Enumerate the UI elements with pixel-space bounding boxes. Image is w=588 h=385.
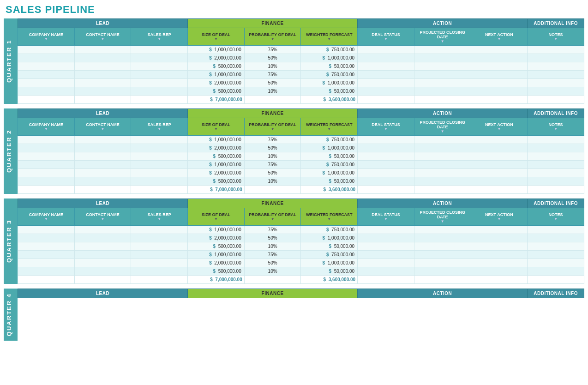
quarter-label-q1: QUARTER 1 [4,18,18,104]
quarter-label-q2: QUARTER 2 [4,108,18,194]
table-row: $ 1,000,000.0075%$ 750,000.00 [18,71,584,79]
category-header-row: LEAD FINANCE ACTION ADDITIONAL INFO [18,289,584,298]
table-row: $ 500,000.0010%$ 50,000.00 [18,62,584,71]
addinfo-cat-header: ADDITIONAL INFO [528,289,584,298]
quarter-section-q3: QUARTER 3LEADFINANCEACTIONADDITIONAL INF… [4,199,584,284]
quarter-section-q2: QUARTER 2LEADFINANCEACTIONADDITIONAL INF… [4,108,584,194]
cat-header-row-q3: LEADFINANCEACTIONADDITIONAL INFO [18,199,584,208]
col-header-row-q3: COMPANY NAME▼CONTACT NAME▼SALES REP▼SIZE… [18,208,584,226]
table-row: $ 1,000,000.0075%$ 750,000.00 [18,46,584,54]
col-header-row-q2: COMPANY NAME▼CONTACT NAME▼SALES REP▼SIZE… [18,118,584,136]
finance-cat-header: FINANCE [188,289,358,298]
table-row: $ 500,000.0010%$ 50,000.00 [18,152,584,161]
cat-header-row-q1: LEADFINANCEACTIONADDITIONAL INFO [18,19,584,28]
table-row: $ 2,000,000.0050%$ 1,000,000.00 [18,234,584,242]
table-row: $ 500,000.0010%$ 50,000.00 [18,87,584,96]
lead-cat-header: LEAD [18,289,188,298]
total-row: $ 7,000,000.00$ 3,600,000.00 [18,276,584,284]
total-row: $ 7,000,000.00$ 3,600,000.00 [18,96,584,104]
cat-header-row-q2: LEADFINANCEACTIONADDITIONAL INFO [18,109,584,118]
table-row: $ 1,000,000.0075%$ 750,000.00 [18,161,584,169]
table-row: $ 500,000.0010%$ 50,000.00 [18,242,584,251]
table-row: $ 2,000,000.0050%$ 1,000,000.00 [18,79,584,87]
col-header-row-q1: COMPANY NAME▼CONTACT NAME▼SALES REP▼SIZE… [18,28,584,46]
quarter-4-partial: QUARTER 4 LEAD FINANCE ACTION ADDITIONAL… [4,289,584,341]
quarter-label-q4: QUARTER 4 [4,289,18,341]
table-row: $ 2,000,000.0050%$ 1,000,000.00 [18,144,584,152]
table-row: $ 500,000.0010%$ 50,000.00 [18,177,584,186]
table-row: $ 1,000,000.0075%$ 750,000.00 [18,251,584,259]
quarter-section-q1: QUARTER 1LEADFINANCEACTIONADDITIONAL INF… [4,18,584,104]
total-row: $ 7,000,000.00$ 3,600,000.00 [18,186,584,194]
table-row: $ 2,000,000.0050%$ 1,000,000.00 [18,54,584,62]
action-cat-header: ACTION [358,289,528,298]
table-row: $ 2,000,000.0050%$ 1,000,000.00 [18,259,584,267]
table-row: $ 2,000,000.0050%$ 1,000,000.00 [18,169,584,177]
table-row: $ 1,000,000.0075%$ 750,000.00 [18,226,584,234]
quarter-label-q3: QUARTER 3 [4,199,18,284]
table-row: $ 500,000.0010%$ 50,000.00 [18,267,584,276]
page-title: SALES PIPELINE [0,0,588,18]
table-row: $ 1,000,000.0075%$ 750,000.00 [18,136,584,144]
